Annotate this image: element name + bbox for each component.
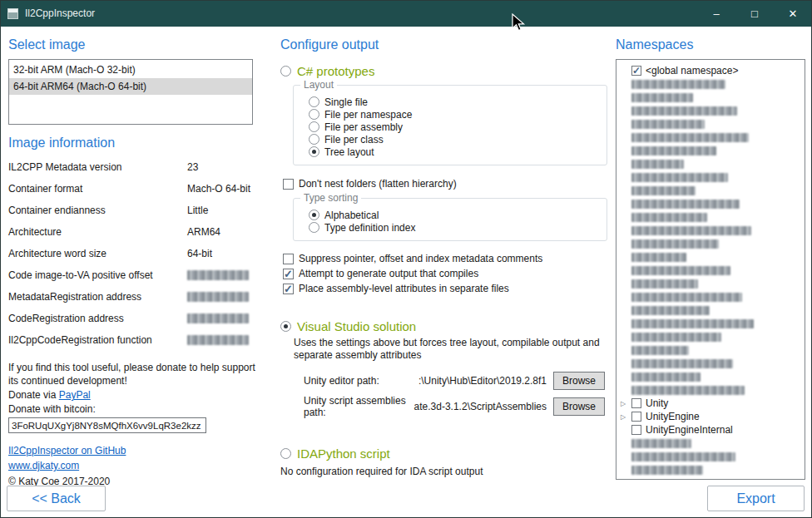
namespace-checkbox[interactable] — [631, 412, 641, 422]
vs-radio[interactable]: Visual Studio solution — [280, 319, 609, 333]
namespace-item[interactable]: ▷UnityEngine — [621, 410, 802, 423]
namespace-checkbox[interactable] — [631, 66, 641, 76]
expander-icon[interactable]: ▷ — [621, 398, 631, 409]
image-info-label: Container format — [8, 183, 187, 195]
radio-icon — [309, 121, 319, 132]
image-info-table: IL2CPP Metadata version23Container forma… — [8, 156, 253, 351]
redacted-namespace — [631, 386, 745, 395]
radio-icon — [280, 321, 291, 332]
type-sorting-option-label: Alphabetical — [324, 210, 379, 221]
redacted-value — [187, 270, 249, 280]
type-sorting-option[interactable]: Type definition index — [309, 221, 607, 234]
namespace-item — [621, 463, 802, 476]
csharp-radio[interactable]: C# prototypes — [280, 64, 609, 78]
redacted-namespace — [631, 120, 705, 129]
window-controls: – □ ✕ — [697, 0, 812, 27]
type-sorting-option[interactable]: Alphabetical — [309, 209, 607, 221]
output-checkbox[interactable]: Attempt to generate output that compiles — [283, 266, 609, 281]
image-info-label: CodeRegistration address — [8, 313, 187, 324]
browse-editor-button[interactable]: Browse — [553, 372, 605, 390]
image-info-label: Container endianness — [8, 205, 187, 216]
image-info-label: IL2CPP Metadata version — [8, 161, 187, 173]
namespace-item — [621, 383, 802, 397]
layout-option[interactable]: File per assembly — [309, 121, 607, 133]
image-info-row: CodeRegistration address — [8, 308, 253, 329]
radio-icon — [309, 109, 319, 120]
type-sorting-groupbox: Type sorting AlphabeticalType definition… — [293, 198, 607, 241]
ida-radio[interactable]: IDAPython script — [280, 446, 609, 461]
close-button[interactable]: ✕ — [774, 0, 812, 27]
image-info-row: Architecture word size64-bit — [8, 243, 253, 264]
minimize-button[interactable]: – — [697, 0, 735, 27]
namespace-list[interactable]: <global namespace>▷Unity▷UnityEngineUnit… — [616, 59, 805, 480]
github-link[interactable]: Il2CppInspector on GitHub — [8, 445, 253, 456]
redacted-namespace — [631, 279, 698, 289]
redacted-namespace — [631, 186, 696, 195]
namespace-checkbox[interactable] — [631, 398, 641, 408]
redacted-namespace — [631, 200, 740, 209]
namespace-item — [621, 370, 802, 383]
namespace-item — [621, 184, 802, 197]
namespace-item[interactable]: ▷Unity — [621, 397, 802, 410]
redacted-namespace — [631, 319, 754, 328]
redacted-namespace — [631, 439, 691, 448]
flatten-label: Don't nest folders (flatten hierarchy) — [299, 178, 457, 190]
donate-via-text: Donate via — [8, 389, 59, 401]
namespace-item — [621, 131, 802, 144]
layout-option[interactable]: Single file — [309, 96, 607, 108]
image-list-item[interactable]: 64-bit ARM64 (Mach-O 64-bit) — [9, 78, 252, 95]
expander-icon[interactable]: ▷ — [621, 412, 631, 422]
layout-option[interactable]: Tree layout — [309, 146, 607, 158]
ida-label: IDAPython script — [297, 446, 390, 461]
namespace-item[interactable]: UnityEngineInternal — [621, 423, 802, 437]
output-checkbox[interactable]: Suppress pointer, offset and index metad… — [283, 251, 609, 266]
image-info-value: Little — [187, 205, 208, 216]
image-info-row: ArchitectureARM64 — [8, 221, 253, 243]
image-info-row: IL2CPP Metadata version23 — [8, 156, 253, 178]
namespace-item — [621, 303, 802, 317]
layout-option[interactable]: File per class — [309, 133, 607, 146]
unity-editor-path-label: Unity editor path: — [304, 375, 379, 387]
image-info-value: 23 — [187, 161, 198, 173]
namespace-item — [621, 77, 802, 91]
redacted-namespace — [631, 160, 684, 169]
image-info-row: MetadataRegistration address — [8, 286, 253, 308]
paypal-link[interactable]: PayPal — [59, 389, 91, 401]
unity-script-path-row: Unity script assemblies path: ate.3d-3.1… — [304, 395, 605, 418]
type-sorting-option-label: Type definition index — [324, 222, 415, 234]
browse-script-button[interactable]: Browse — [553, 397, 605, 416]
donate-paypal-line: Donate via PayPal — [8, 388, 253, 402]
redacted-namespace — [631, 359, 733, 368]
type-sorting-options: AlphabeticalType definition index — [309, 209, 607, 234]
namespace-item — [621, 357, 802, 370]
radio-icon — [309, 146, 319, 157]
image-listbox[interactable]: 32-bit ARM (Mach-O 32-bit)64-bit ARM64 (… — [8, 59, 253, 125]
radio-icon — [280, 66, 291, 76]
unity-editor-path-value[interactable]: :\Unity\Hub\Editor\2019.2.8f1 — [418, 375, 547, 387]
output-checkbox[interactable]: Place assembly-level attributes in separ… — [283, 281, 609, 296]
image-info-row: Code image-to-VA positive offset — [8, 264, 253, 286]
maximize-button[interactable]: □ — [735, 0, 774, 27]
redacted-namespace — [631, 133, 749, 142]
image-info-row: Container endiannessLittle — [8, 200, 253, 221]
redacted-namespace — [631, 266, 730, 275]
namespace-item — [621, 224, 802, 237]
image-list-item[interactable]: 32-bit ARM (Mach-O 32-bit) — [9, 62, 252, 78]
image-info-label: MetadataRegistration address — [8, 291, 187, 303]
namespace-item — [621, 277, 802, 290]
flatten-checkbox[interactable]: Don't nest folders (flatten hierarchy) — [283, 178, 609, 190]
namespace-checkbox[interactable] — [631, 425, 641, 435]
namespace-item — [621, 290, 802, 303]
layout-option[interactable]: File per namespace — [309, 108, 607, 121]
namespace-item[interactable]: <global namespace> — [621, 64, 802, 77]
djkaty-link[interactable]: www.djkaty.com — [8, 460, 253, 471]
csharp-label: C# prototypes — [297, 64, 374, 78]
namespace-item — [621, 157, 802, 170]
redacted-namespace — [631, 93, 693, 102]
unity-script-path-value[interactable]: ate.3d-3.1.2\ScriptAssemblies — [414, 401, 547, 412]
export-button[interactable]: Export — [707, 486, 805, 511]
bitcoin-address-input[interactable] — [8, 417, 206, 433]
back-button[interactable]: << Back — [7, 486, 106, 511]
output-checkboxes: Suppress pointer, offset and index metad… — [280, 251, 609, 296]
namespace-item — [621, 343, 802, 357]
